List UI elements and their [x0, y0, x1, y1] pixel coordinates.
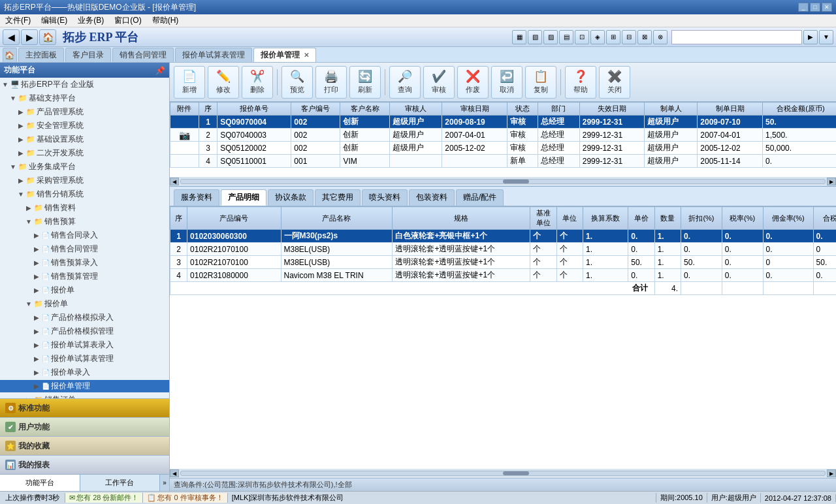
tree-row[interactable]: ▶📁基础设置系统 [0, 133, 169, 146]
tree-row[interactable]: ▼📁报价单 [0, 298, 169, 310]
table-row[interactable]: 3SQ05120002002创新超级用户2005-12-02审核总经理2999-… [170, 142, 837, 155]
expand-icon[interactable]: ▼ [1, 81, 9, 88]
tb-btn-8[interactable]: ⊟ [622, 30, 636, 44]
table-row[interactable]: 📷2SQ07040003002创新超级用户2007-04-01审核总经理2999… [170, 129, 837, 142]
tab-quote-mgmt[interactable]: 报价单管理 ✕ [253, 48, 316, 62]
expand-icon[interactable]: ▼ [25, 300, 33, 307]
tab-sales-contract[interactable]: 销售合同管理 [112, 48, 174, 62]
tree-row[interactable]: ▶📁二次开发系统 [0, 147, 169, 159]
detail-tab-packaging[interactable]: 包装资料 [409, 189, 455, 206]
tree-row[interactable]: ▶📄产品价格模拟管理 [0, 325, 169, 338]
table-row[interactable]: 30102R21070100M38EL(USB)透明滚轮套+透明蓝按键+1个个个… [170, 256, 837, 269]
home-nav-button[interactable]: 🏠 [39, 29, 56, 45]
detail-hscroll[interactable]: ◀ ▶ [170, 469, 836, 478]
expand-icon[interactable]: ▶ [33, 341, 40, 349]
tree-row[interactable]: ▼📁基础支持平台 [0, 92, 169, 104]
detail-table-scroll[interactable]: 序 产品编号 产品名称 规格 基准单位 单位 换算系数 单价 数量 折扣(%) … [170, 206, 836, 469]
detail-scroll-track[interactable] [180, 471, 826, 476]
tab-customer-dir[interactable]: 客户目录 [65, 48, 111, 62]
tree-row[interactable]: ▶📄销售预算管理 [0, 270, 169, 283]
bottom-audit[interactable]: 📋 您有 0 件审核事务！ [143, 493, 227, 503]
menu-edit[interactable]: 编辑(E) [39, 14, 70, 27]
expand-icon[interactable]: ▼ [25, 218, 33, 225]
expand-icon[interactable]: ▶ [17, 150, 25, 157]
expand-icon[interactable]: ▶ [33, 369, 40, 376]
func-panel-user-header[interactable]: ✔ 用户功能 [0, 418, 169, 436]
btn-delete[interactable]: ✂️ 删除 [242, 66, 273, 99]
tree-item[interactable]: ▼🖥️拓步ERP平台 企业版 [0, 78, 169, 91]
tree-item[interactable]: ▶📄销售合同录入 [0, 228, 169, 242]
tree-item[interactable]: ▶📁采购管理系统 [0, 174, 169, 187]
btn-query[interactable]: 🔎 查询 [389, 66, 421, 99]
tree-item[interactable]: ▼📁销售预算 [0, 215, 169, 228]
upper-table-scroll[interactable]: 附件 序 报价单号 客户编号 客户名称 审核人 审核日期 状态 部门 失效日期 … [170, 102, 836, 177]
close-window-button[interactable]: ✕ [822, 3, 832, 12]
expand-icon[interactable]: ▶ [33, 287, 40, 294]
tb-btn-2[interactable]: ▧ [528, 30, 542, 44]
tree-row[interactable]: ▶📄销售预算录入 [0, 257, 169, 269]
tree-row[interactable]: ▼📁销售分销系统 [0, 188, 169, 200]
expand-icon[interactable]: ▼ [9, 95, 17, 102]
tree-row[interactable]: ▼📁业务集成平台 [0, 161, 169, 173]
back-button[interactable]: ◀ [3, 29, 20, 45]
expand-icon[interactable]: ▶ [25, 204, 33, 212]
tree-item[interactable]: ▼📁基础支持平台 [0, 91, 169, 105]
sidebar-pin-icon[interactable]: 📌 [155, 66, 165, 75]
detail-tab-service[interactable]: 服务资料 [174, 189, 219, 206]
detail-tab-protocol[interactable]: 协议条款 [268, 189, 314, 206]
tab-quote-calc[interactable]: 报价单试算表管理 [175, 48, 252, 62]
tb-btn-1[interactable]: ▦ [512, 30, 526, 44]
expand-icon[interactable]: ▶ [17, 136, 25, 143]
expand-icon[interactable]: ▶ [17, 108, 25, 116]
tree-row[interactable]: ▶📄产品价格模拟录入 [0, 311, 169, 324]
upper-hscroll[interactable]: ◀ ▶ [170, 177, 836, 186]
btn-close[interactable]: ✖️ 关闭 [599, 66, 630, 99]
expand-icon[interactable]: ▶ [33, 245, 40, 253]
upper-scroll-left[interactable]: ◀ [170, 178, 179, 185]
upper-scroll-right[interactable]: ▶ [827, 178, 836, 185]
tree-row[interactable]: ▶📄报价单管理 [0, 380, 169, 392]
tree-item[interactable]: ▶📄报价单试算表管理 [0, 352, 169, 366]
tree-item[interactable]: ▶📁安全管理系统 [0, 119, 169, 133]
btn-preview[interactable]: 🔍 预览 [281, 66, 313, 99]
tree-row[interactable]: ▶📁销售订单 [0, 394, 169, 398]
maximize-button[interactable]: □ [810, 3, 820, 12]
tree-item[interactable]: ▼📁报价单 [0, 297, 169, 311]
tab-close-icon[interactable]: ✕ [304, 52, 309, 59]
tree-item[interactable]: ▶📁二次开发系统 [0, 146, 169, 160]
btn-approve[interactable]: ✔️ 审核 [423, 66, 455, 99]
func-panel-favorites-header[interactable]: ⭐ 我的收藏 [0, 437, 169, 455]
btn-help[interactable]: ❓ 帮助 [565, 66, 596, 99]
table-row[interactable]: 4SQ05110001001VIM新单总经理2999-12-31超级用户2005… [170, 155, 837, 168]
menu-help[interactable]: 帮助(H) [150, 14, 182, 27]
detail-scroll-right[interactable]: ▶ [827, 469, 836, 477]
tree-item[interactable]: ▶📄销售合同管理 [0, 242, 169, 256]
tab-home[interactable]: 🏠 [3, 48, 17, 62]
tree-row[interactable]: ▼📁销售预算 [0, 215, 169, 228]
tree-row[interactable]: ▼🖥️拓步ERP平台 企业版 [0, 78, 169, 91]
tb-btn-9[interactable]: ⊠ [637, 30, 652, 44]
search-go-button[interactable]: ▶ [803, 30, 818, 44]
tree-item[interactable]: ▶📄报价单录入 [0, 366, 169, 379]
tree-item[interactable]: ▶📄报价单管理 [0, 379, 169, 393]
detail-tab-gift[interactable]: 赠品/配件 [456, 189, 504, 206]
tree-item[interactable]: ▶📁基础设置系统 [0, 133, 169, 146]
menu-file[interactable]: 文件(F) [3, 14, 33, 27]
upper-scroll-track[interactable] [180, 179, 826, 184]
btn-cancel[interactable]: ↩️ 取消 [491, 66, 522, 99]
btn-copy[interactable]: 📋 复制 [525, 66, 556, 99]
tree-row[interactable]: ▶📄报价单录入 [0, 366, 169, 379]
table-row[interactable]: 20102R21070100M38EL(USB)透明滚轮套+透明蓝按键+1个个个… [170, 243, 837, 256]
tree-item[interactable]: ▼📁业务集成平台 [0, 160, 169, 174]
btn-print[interactable]: 🖨️ 打印 [315, 66, 347, 99]
tree-item[interactable]: ▶📁销售订单 [0, 393, 169, 398]
func-panel-standard-header[interactable]: ⚙ 标准功能 [0, 399, 169, 417]
table-row[interactable]: 10102030060300一阿M30(ps2)s白色液轮套+亮银中框+1个个个… [170, 230, 837, 243]
tree-item[interactable]: ▶📄销售预算管理 [0, 270, 169, 283]
tree-item[interactable]: ▶📄销售预算录入 [0, 256, 169, 270]
bottom-email[interactable]: ✉ 您有 28 份新邮件！ [65, 493, 143, 503]
sidebar-scroll-right[interactable]: » [160, 475, 169, 491]
tree-item[interactable]: ▼📁销售分销系统 [0, 187, 169, 201]
tb-btn-6[interactable]: ◈ [590, 30, 605, 44]
menu-business[interactable]: 业务(B) [75, 14, 106, 27]
